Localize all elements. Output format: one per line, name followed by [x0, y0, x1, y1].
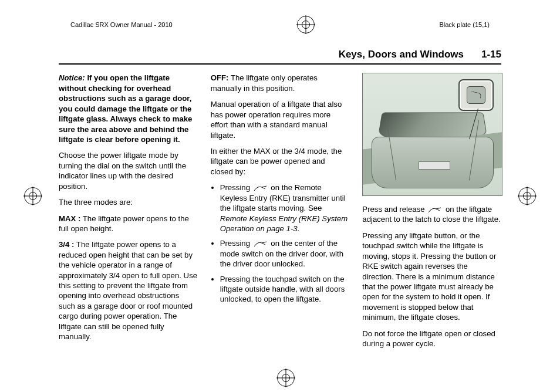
registration-mark-left	[22, 185, 43, 207]
page-header: Keys, Doors and Windows 1-15	[59, 48, 501, 65]
running-head: Cadillac SRX Owner Manual - 2010 Black p…	[0, 14, 560, 35]
section-title: Keys, Doors and Windows	[339, 48, 464, 61]
registration-mark-top	[295, 14, 316, 35]
paragraph: Pressing any liftgate button, or the tou…	[362, 231, 501, 323]
paragraph: Choose the power liftgate mode by turnin…	[59, 150, 198, 191]
mode-three-quarter: 3/4 : The liftgate power opens to a redu…	[59, 239, 198, 342]
paragraph: Do not force the liftgate open or closed…	[362, 329, 501, 349]
actions-list: Pressing on the Remote Keyless Entry (RK…	[211, 183, 350, 305]
page-number: 1-15	[481, 48, 501, 61]
mode-max: MAX : The liftgate power opens to the fu…	[59, 214, 198, 234]
page-body: Keys, Doors and Windows 1-15 Notice: If …	[59, 48, 501, 369]
liftgate-rke-icon	[428, 207, 442, 213]
mode-label: OFF:	[211, 73, 229, 82]
column-3: Press and release on the liftgate adjace…	[362, 73, 501, 354]
mode-body: The liftgate power opens to a reduced op…	[59, 240, 197, 341]
paragraph: The three modes are:	[59, 197, 198, 207]
notice-label: Notice:	[59, 73, 85, 82]
liftgate-illustration	[362, 73, 502, 196]
liftgate-rke-icon	[254, 185, 268, 191]
registration-mark-right	[517, 185, 538, 207]
liftgate-rke-icon	[254, 241, 268, 247]
cross-ref: Remote Keyless Entry (RKE) System Operat…	[220, 214, 348, 233]
paragraph: Manual operation of a liftgate that also…	[211, 99, 350, 140]
paragraph: In either the MAX or the 3/4 mode, the l…	[211, 146, 350, 177]
list-item: Pressing on the Remote Keyless Entry (RK…	[220, 183, 350, 234]
mode-off: OFF: The liftgate only operates manually…	[211, 73, 350, 93]
paragraph: Press and release on the liftgate adjace…	[362, 204, 501, 225]
mode-label: MAX :	[59, 214, 80, 223]
mode-label: 3/4 :	[59, 240, 74, 249]
notice-body: If you open the liftgate without checkin…	[59, 73, 192, 144]
text: Press and release	[362, 205, 427, 214]
text: Pressing	[220, 239, 252, 248]
column-1: Notice: If you open the liftgate without…	[59, 73, 198, 354]
manual-title: Cadillac SRX Owner Manual - 2010	[70, 21, 173, 29]
list-item: Pressing on the center of the mode switc…	[220, 238, 350, 269]
text: Pressing	[220, 183, 252, 192]
plate-info: Black plate (15,1)	[439, 21, 490, 29]
notice-paragraph: Notice: If you open the liftgate without…	[59, 73, 198, 144]
list-item: Pressing the touchpad switch on the lift…	[220, 274, 350, 305]
liftgate-close-button-icon	[467, 86, 485, 104]
column-2: OFF: The liftgate only operates manually…	[211, 73, 350, 354]
liftgate-close-button-callout	[458, 79, 494, 111]
registration-mark-bottom	[275, 367, 296, 388]
